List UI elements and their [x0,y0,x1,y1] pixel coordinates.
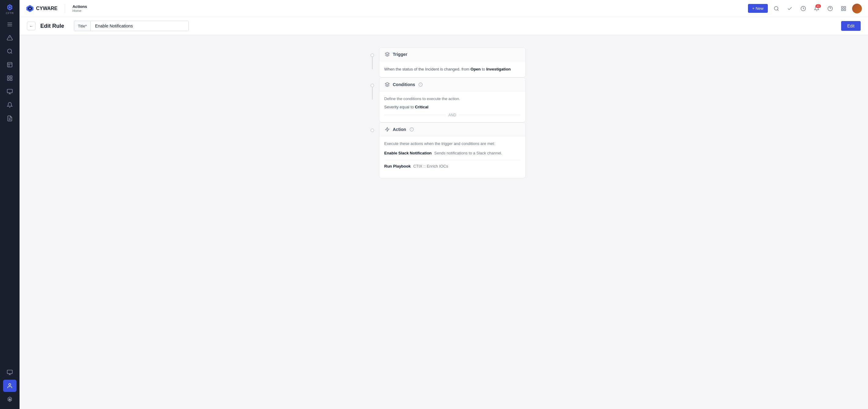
action-slack-name: Enable Slack Notification [384,151,432,156]
notification-bell-icon[interactable]: 41 [812,4,822,13]
condition-value: Critical [415,105,428,109]
conditions-card: Conditions Define the conditions to exec… [379,77,526,123]
topnav-logo-text: CYWARE [36,6,57,11]
trigger-card: Trigger When the status of the Incident … [379,47,526,77]
trigger-icon [384,51,390,57]
condition-operator: equal to [400,105,414,109]
edit-rule-header: ← Edit Rule Title* Edit [20,17,868,35]
trigger-card-header: Trigger [379,47,525,61]
conditions-info-icon[interactable] [418,82,423,87]
page-body: Trigger When the status of the Incident … [20,35,868,409]
sidebar-item-brand[interactable] [3,393,17,405]
topnav-home: Home [72,9,87,12]
sidebar-item-investigate[interactable] [3,45,17,57]
title-field: Title* [74,21,189,31]
action-item-slack: Enable Slack Notification Sends notifica… [384,150,521,156]
action-title: Action [393,127,406,132]
action-info-icon[interactable] [409,127,414,132]
trigger-to: Investigation [486,67,511,71]
sidebar-item-dashboard[interactable] [3,72,17,84]
svg-rect-38 [841,9,843,10]
sidebar-item-list[interactable] [3,59,17,71]
svg-point-8 [8,49,11,53]
svg-line-9 [11,53,12,54]
topnav-section: Actions [72,4,87,9]
action-playbook-type: Run Playbook [384,164,411,169]
conditions-card-header: Conditions [379,78,525,92]
edit-button[interactable]: Edit [841,21,861,31]
cyware-logo [6,4,13,11]
svg-rect-22 [7,370,12,374]
notification-badge: 41 [815,4,821,8]
action-item-playbook: Run Playbook CTIX :: Enrich IOCs [384,163,521,169]
sidebar: CFTR [0,0,20,409]
conditions-title: Conditions [393,82,415,87]
rule-flow: Trigger When the status of the Incident … [20,35,868,191]
svg-rect-13 [8,76,9,78]
edit-rule-title: Edit Rule [40,23,64,29]
topnav: CYWARE Actions Home + New 41 [20,0,868,17]
main-content: CYWARE Actions Home + New 41 [20,0,868,409]
help-icon[interactable] [825,4,835,13]
trigger-from: Open [471,67,481,71]
svg-rect-17 [7,90,12,93]
action-divider [384,160,521,160]
avatar[interactable] [852,4,862,13]
and-divider: AND [384,113,521,117]
topnav-logo: CYWARE [26,4,57,13]
condition-field: Severity [384,105,399,109]
svg-rect-39 [844,9,846,10]
sidebar-logo-label: CFTR [6,11,14,15]
svg-line-32 [777,9,778,10]
conditions-body: Define the conditions to execute the act… [379,92,525,122]
action-slack-desc: Sends notifications to a Slack channel. [434,151,502,156]
svg-rect-15 [8,79,9,80]
action-desc: Execute these actions when the trigger a… [384,141,521,146]
svg-rect-10 [8,63,12,67]
action-node: Action Execute these actions when the tr… [370,123,517,178]
sidebar-item-terminal[interactable] [3,366,17,378]
new-button[interactable]: + New [748,4,768,13]
title-input[interactable] [91,21,188,31]
action-playbook-value: CTIX :: Enrich IOCs [413,164,448,169]
sidebar-item-monitor[interactable] [3,86,17,98]
sidebar-bottom [3,366,17,405]
trigger-title: Trigger [393,52,407,57]
action-card: Action Execute these actions when the tr… [379,123,526,178]
sidebar-item-reports[interactable] [3,112,17,125]
action-icon [384,126,390,133]
sidebar-item-user[interactable] [3,380,17,392]
conditions-desc: Define the conditions to execute the act… [384,97,521,101]
action-dot [370,129,374,132]
apps-icon[interactable] [839,4,848,13]
svg-point-25 [9,384,11,386]
trigger-text: When the status of the Incident is chang… [384,67,511,71]
action-card-header: Action [379,123,525,136]
svg-point-31 [774,6,778,10]
condition-row: Severity equal to Critical [384,105,521,109]
conditions-icon [384,81,390,88]
topnav-divider [65,4,65,13]
trigger-node: Trigger When the status of the Incident … [370,47,517,77]
svg-rect-16 [10,79,12,80]
trigger-dot [370,54,374,57]
search-icon[interactable] [772,4,781,13]
back-button[interactable]: ← [27,22,35,30]
action-body: Execute these actions when the trigger a… [379,136,525,178]
sidebar-item-announcements[interactable] [3,99,17,111]
trigger-body: When the status of the Incident is chang… [379,61,525,77]
svg-marker-27 [9,398,11,401]
sidebar-item-alerts[interactable] [3,32,17,44]
svg-rect-36 [841,6,843,8]
check-icon[interactable] [785,4,795,13]
conditions-node: Conditions Define the conditions to exec… [370,77,517,123]
sidebar-item-menu[interactable] [3,18,17,31]
svg-marker-43 [385,127,389,131]
clock-icon[interactable] [798,4,808,13]
conditions-dot [370,83,374,87]
topnav-breadcrumb: Actions Home [72,4,87,12]
title-label: Title* [74,21,91,31]
topnav-actions: + New 41 [748,4,862,13]
svg-rect-14 [10,76,12,78]
svg-rect-37 [844,6,846,8]
